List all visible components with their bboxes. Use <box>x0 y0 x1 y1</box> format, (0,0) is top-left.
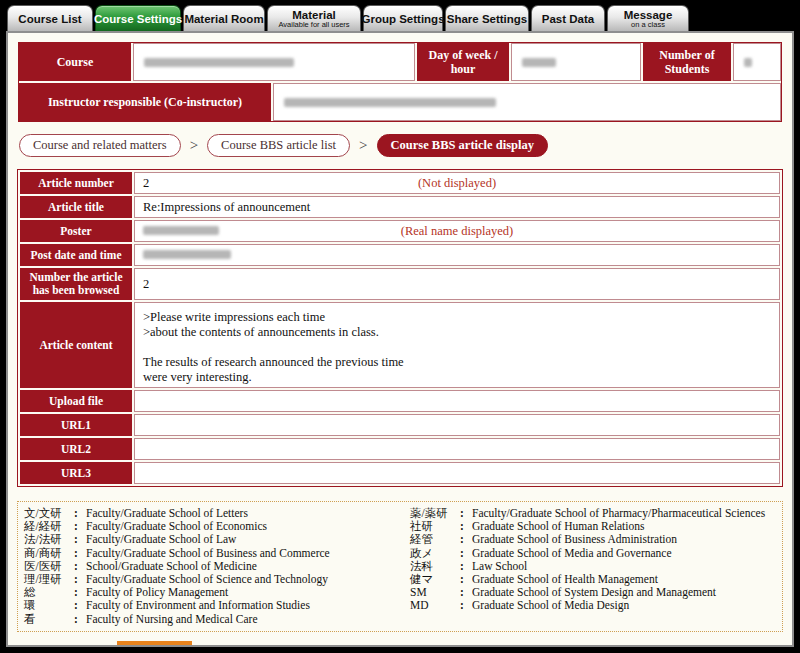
url3-label: URL3 <box>20 462 132 484</box>
poster-value: (Real name displayed) <box>134 220 780 242</box>
table-row: Poster (Real name displayed) <box>20 220 780 242</box>
tab-bar: Course List Course Settings Material Roo… <box>6 3 794 31</box>
tab-sublabel: Available for all users <box>278 21 349 29</box>
tab-course-settings[interactable]: Course Settings <box>95 5 181 31</box>
faculty-legend: 文/文研:Faculty/Graduate School of Letters … <box>17 501 783 632</box>
students-value <box>733 43 781 81</box>
legend-right-column: 薬/薬研:Faculty/Graduate School of Pharmacy… <box>410 507 776 626</box>
tab-course-list[interactable]: Course List <box>7 5 93 31</box>
redacted-poster-value <box>143 226 219 235</box>
list-item: 商/商研:Faculty/Graduate School of Business… <box>24 547 402 560</box>
tab-past-data[interactable]: Past Data <box>531 5 605 31</box>
tab-label: Share Settings <box>447 13 528 25</box>
course-info-header: Course Day of week / hour Number of Stud… <box>18 42 782 122</box>
browsed-count-value: 2 <box>134 268 780 300</box>
post-date-label: Post date and time <box>20 244 132 266</box>
upload-file-label: Upload file <box>20 390 132 412</box>
list-item: 法/法研:Faculty/Graduate School of Law <box>24 533 402 546</box>
article-content-value: >Please write impressions each time >abo… <box>134 302 780 388</box>
tab-label: Material <box>292 9 335 21</box>
day-hour-value <box>511 43 641 81</box>
course-value <box>133 43 415 81</box>
list-item: 薬/薬研:Faculty/Graduate School of Pharmacy… <box>410 507 776 520</box>
not-displayed-annotation: (Not displayed) <box>418 176 496 191</box>
redacted-day-hour-value <box>522 58 556 67</box>
upload-file-value <box>134 390 780 412</box>
breadcrumb-separator: > <box>190 137 198 154</box>
list-item: 文/文研:Faculty/Graduate School of Letters <box>24 507 402 520</box>
url2-value <box>134 438 780 460</box>
redacted-students-value <box>744 58 752 67</box>
breadcrumb-separator: > <box>359 137 367 154</box>
table-row: Post date and time <box>20 244 780 266</box>
table-row: Upload file <box>20 390 780 412</box>
article-table: Article number 2 (Not displayed) Article… <box>17 169 783 487</box>
tab-label: Past Data <box>542 13 594 25</box>
instructor-label: Instructor responsible (Co-instructor) <box>19 83 271 121</box>
tab-label: Material Room <box>184 13 263 25</box>
article-content-text: >Please write impressions each time >abo… <box>143 305 771 385</box>
tab-label: Group Settings <box>361 13 444 25</box>
article-number-label: Article number <box>20 172 132 194</box>
table-row: URL2 <box>20 438 780 460</box>
real-name-annotation: (Real name displayed) <box>401 224 513 239</box>
breadcrumb-bbs-article-list[interactable]: Course BBS article list <box>207 134 350 157</box>
tab-share-settings[interactable]: Share Settings <box>445 5 529 31</box>
poster-label: Poster <box>20 220 132 242</box>
tab-label: Course Settings <box>94 13 182 25</box>
redacted-instructor-value <box>284 98 496 107</box>
list-item: 看:Faculty of Nursing and Medical Care <box>24 613 402 626</box>
table-row: Article number 2 (Not displayed) <box>20 172 780 194</box>
table-row: URL3 <box>20 462 780 484</box>
list-item: SM:Graduate School of System Design and … <box>410 586 776 599</box>
url2-label: URL2 <box>20 438 132 460</box>
tab-sublabel: on a class <box>631 21 665 29</box>
list-item: 医/医研:School/Graduate School of Medicine <box>24 560 402 573</box>
day-hour-label: Day of week / hour <box>417 43 509 81</box>
list-item: 法科:Law School <box>410 560 776 573</box>
tab-material-all-users[interactable]: Material Available for all users <box>267 5 361 31</box>
content-area: Course Day of week / hour Number of Stud… <box>6 31 794 647</box>
article-title-label: Article title <box>20 196 132 218</box>
page-frame: Course List Course Settings Material Roo… <box>0 0 800 653</box>
list-item: 経/経研:Faculty/Graduate School of Economic… <box>24 520 402 533</box>
list-item: MD:Graduate School of Media Design <box>410 599 776 612</box>
instructor-value <box>273 83 781 121</box>
table-row: Article content >Please write impression… <box>20 302 780 388</box>
action-button-row: ▶Reply ▶DISP ▶NON ▶Unav Memo Back <box>19 641 783 647</box>
tab-message-on-class[interactable]: Message on a class <box>607 5 689 31</box>
url1-value <box>134 414 780 436</box>
article-number: 2 <box>143 176 149 190</box>
post-date-value <box>134 244 780 266</box>
list-item: 政メ:Graduate School of Media and Governan… <box>410 547 776 560</box>
list-item: 経管:Graduate School of Business Administr… <box>410 533 776 546</box>
table-row: Article title Re:Impressions of announce… <box>20 196 780 218</box>
article-content-label: Article content <box>20 302 132 388</box>
article-number-value: 2 (Not displayed) <box>134 172 780 194</box>
breadcrumb-course-related-matters[interactable]: Course and related matters <box>19 134 181 157</box>
list-item: 健マ:Graduate School of Health Management <box>410 573 776 586</box>
breadcrumb: Course and related matters > Course BBS … <box>19 134 783 157</box>
legend-left-column: 文/文研:Faculty/Graduate School of Letters … <box>24 507 402 626</box>
list-item: 社研:Graduate School of Human Relations <box>410 520 776 533</box>
url3-value <box>134 462 780 484</box>
article-title-value: Re:Impressions of announcement <box>134 196 780 218</box>
tab-label: Message <box>624 9 673 21</box>
table-row: URL1 <box>20 414 780 436</box>
table-row: Number the article has been browsed 2 <box>20 268 780 300</box>
redacted-course-value <box>144 58 294 67</box>
list-item: 環:Faculty of Environment and Information… <box>24 599 402 612</box>
course-label: Course <box>19 43 131 81</box>
browsed-count-label: Number the article has been browsed <box>20 268 132 300</box>
list-item: 総:Faculty of Policy Management <box>24 586 402 599</box>
tab-group-settings[interactable]: Group Settings <box>363 5 443 31</box>
tab-material-room[interactable]: Material Room <box>183 5 265 31</box>
tab-label: Course List <box>18 13 81 25</box>
list-item: 理/理研:Faculty/Graduate School of Science … <box>24 573 402 586</box>
students-label: Number of Students <box>643 43 731 81</box>
redacted-post-date-value <box>143 250 231 259</box>
breadcrumb-bbs-article-display: Course BBS article display <box>377 134 548 157</box>
disp-button-highlight: ▶DISP <box>117 641 192 647</box>
url1-label: URL1 <box>20 414 132 436</box>
